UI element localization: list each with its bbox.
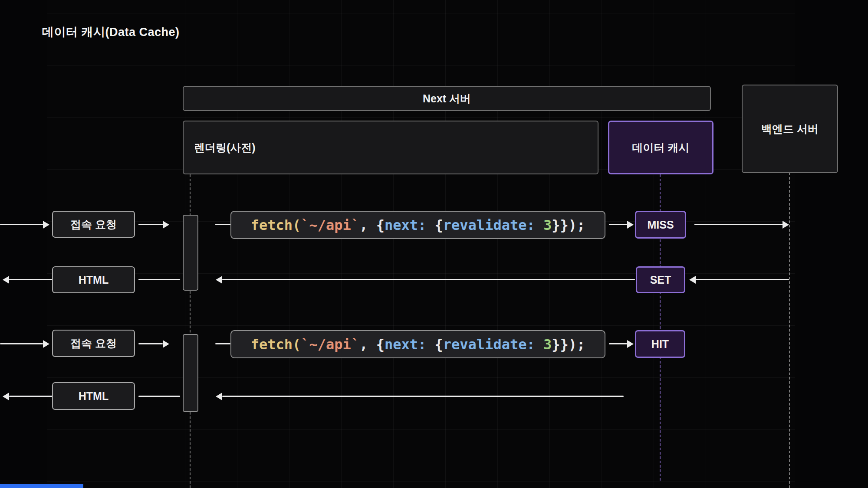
code-token: revalidate: bbox=[443, 217, 535, 233]
left-dark-margin bbox=[0, 0, 47, 488]
code-token: fetch( bbox=[251, 336, 301, 353]
next-server-node: Next 서버 bbox=[183, 86, 711, 111]
code-token: revalidate: bbox=[443, 336, 535, 353]
code-token: 3 bbox=[535, 336, 552, 353]
code-token: `~/api` bbox=[301, 336, 359, 353]
code-token: `~/api` bbox=[301, 217, 359, 233]
backend-lifeline bbox=[789, 173, 790, 488]
miss-label: MISS bbox=[647, 219, 674, 231]
code-token: fetch( bbox=[251, 217, 301, 233]
request-box-2: 접속 요청 bbox=[52, 330, 135, 357]
request-box-1: 접속 요청 bbox=[52, 211, 135, 238]
diagram-title: 데이터 캐시(Data Cache) bbox=[42, 24, 180, 40]
cache-to-render-arrow bbox=[222, 396, 624, 397]
hit-label: HIT bbox=[651, 338, 669, 350]
backend-server-node: 백엔드 서버 bbox=[742, 85, 838, 173]
set-badge: SET bbox=[636, 266, 685, 293]
code-token: , { bbox=[359, 336, 385, 353]
html-label-2: HTML bbox=[79, 390, 108, 403]
backend-server-label: 백엔드 서버 bbox=[761, 122, 819, 136]
fetch-to-hit-arrow bbox=[609, 343, 627, 344]
code-token: next: bbox=[385, 217, 426, 233]
code-token: }}); bbox=[552, 217, 585, 233]
render-to-fetch-connector-1 bbox=[215, 224, 230, 225]
request-label-2: 접속 요청 bbox=[70, 336, 117, 350]
code-token: , { bbox=[359, 217, 385, 233]
miss-to-backend-arrow bbox=[694, 224, 783, 225]
request-label-1: 접속 요청 bbox=[70, 217, 117, 232]
code-token: { bbox=[426, 336, 443, 353]
miss-badge: MISS bbox=[635, 211, 686, 239]
activation-bar-2 bbox=[183, 334, 198, 412]
fetch-to-miss-arrow bbox=[609, 224, 627, 225]
html-label-1: HTML bbox=[79, 274, 108, 286]
code-token: next: bbox=[385, 336, 426, 353]
next-server-label: Next 서버 bbox=[423, 92, 471, 106]
rendering-node: 렌더링(사전) bbox=[183, 121, 598, 174]
data-cache-node: 데이터 캐시 bbox=[608, 121, 713, 174]
backend-to-set-arrow bbox=[696, 279, 789, 280]
fetch-code-box-2: fetch(`~/api`, {next: {revalidate: 3}}); bbox=[230, 330, 605, 358]
render-to-fetch-connector-2 bbox=[215, 343, 230, 344]
incoming-request-arrow-2 bbox=[0, 343, 43, 344]
right-dark-margin bbox=[795, 0, 868, 488]
html-to-render-connector-2 bbox=[138, 396, 180, 397]
data-cache-label: 데이터 캐시 bbox=[632, 141, 690, 155]
html-to-render-connector-1 bbox=[138, 279, 180, 280]
request-to-render-arrow-1 bbox=[138, 224, 163, 225]
set-label: SET bbox=[650, 274, 671, 286]
code-token: { bbox=[426, 217, 443, 233]
html-box-1: HTML bbox=[52, 266, 135, 293]
bottom-blue-bar bbox=[0, 484, 83, 488]
html-box-2: HTML bbox=[52, 382, 135, 410]
hit-badge: HIT bbox=[635, 330, 685, 358]
request-to-render-arrow-2 bbox=[138, 343, 163, 344]
activation-bar-1 bbox=[183, 215, 198, 291]
code-token: }}); bbox=[552, 336, 585, 353]
incoming-request-arrow-1 bbox=[0, 224, 43, 225]
rendering-label: 렌더링(사전) bbox=[194, 141, 256, 155]
set-to-render-arrow bbox=[222, 279, 635, 280]
fetch-code-box-1: fetch(`~/api`, {next: {revalidate: 3}}); bbox=[230, 211, 605, 239]
whiteboard-canvas: 데이터 캐시(Data Cache) Next 서버 렌더링(사전) 데이터 캐… bbox=[0, 0, 868, 488]
code-token: 3 bbox=[535, 217, 552, 233]
